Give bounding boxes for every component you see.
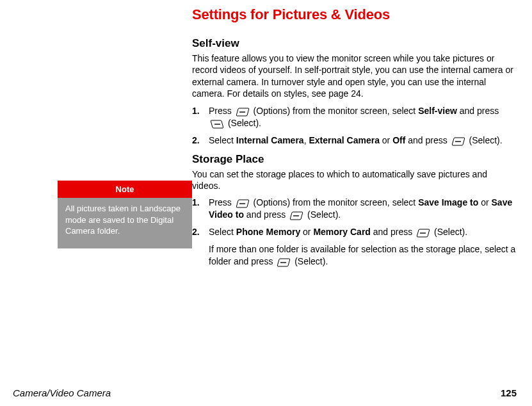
softkey-left-icon [277,258,291,267]
selfview-step-1: Press (Options) from the monitor screen,… [192,105,517,129]
softkey-left-icon [236,199,250,208]
softkey-left-icon [289,211,303,220]
page-title: Settings for Pictures & Videos [192,6,517,23]
softkey-left-icon [451,137,465,146]
note-label: Note [58,181,192,198]
storage-intro: You can set the storage places to which … [192,168,517,192]
softkey-right-icon [210,120,224,129]
footer-page-number: 125 [501,387,517,398]
footer-section: Camera/Video Camera [13,387,111,398]
softkey-left-icon [236,108,250,117]
page-footer: Camera/Video Camera 125 [13,387,517,398]
storage-steps: Press (Options) from the monitor screen,… [192,197,517,267]
selfview-steps: Press (Options) from the monitor screen,… [192,105,517,147]
storage-step-2: Select Phone Memory or Memory Card and p… [192,226,517,268]
selfview-intro: This feature allows you to view the moni… [192,53,517,100]
storage-step-1: Press (Options) from the monitor screen,… [192,197,517,221]
selfview-step-2: Select Internal Camera, External Camera … [192,134,517,147]
note-callout: Note All pictures taken in Landscape mod… [58,181,192,248]
selfview-heading: Self-view [192,37,517,50]
storage-step-2-followup: If more than one folder is available for… [209,243,517,268]
softkey-left-icon [416,229,430,238]
storage-heading: Storage Place [192,153,517,166]
main-content: Settings for Pictures & Videos Self-view… [192,6,517,381]
note-body: All pictures taken in Landscape mode are… [58,198,192,248]
